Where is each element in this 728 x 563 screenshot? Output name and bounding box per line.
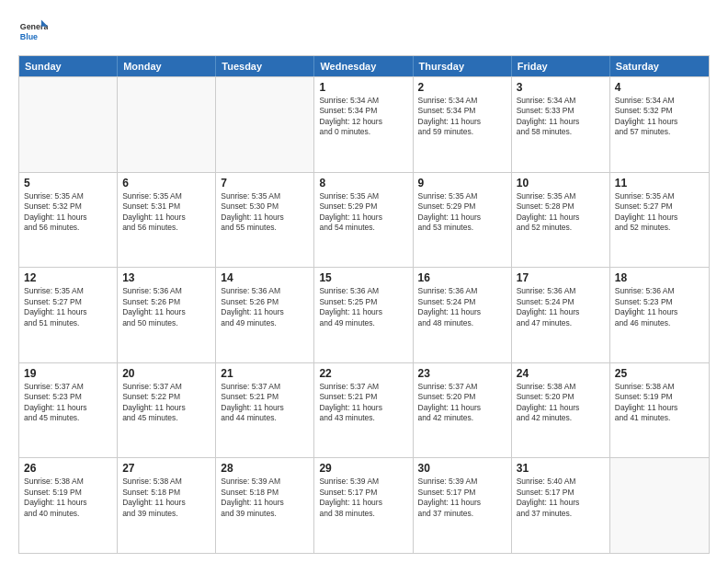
day-number: 28: [221, 462, 309, 475]
cell-info-line: Sunset: 5:17 PM: [418, 488, 506, 498]
cell-info-line: and 54 minutes.: [319, 223, 407, 233]
calendar-day-23: 23Sunrise: 5:37 AMSunset: 5:20 PMDayligh…: [414, 363, 512, 458]
cell-info-line: and 52 minutes.: [517, 223, 605, 233]
calendar-empty-cell: [216, 77, 314, 172]
cell-info-line: Daylight: 11 hours: [221, 403, 309, 413]
cell-info-line: Sunrise: 5:36 AM: [517, 286, 605, 296]
day-number: 23: [418, 367, 506, 380]
cell-info-line: Sunrise: 5:35 AM: [24, 191, 112, 201]
weekday-header-wednesday: Wednesday: [314, 56, 413, 76]
cell-info-line: Sunrise: 5:34 AM: [319, 96, 407, 106]
cell-info-line: Sunset: 5:24 PM: [517, 297, 605, 307]
cell-info-line: Sunset: 5:32 PM: [24, 201, 112, 212]
day-number: 13: [122, 271, 210, 284]
cell-info-line: Sunrise: 5:40 AM: [517, 477, 605, 487]
cell-info-line: and 55 minutes.: [221, 223, 309, 233]
cell-info-line: Sunset: 5:25 PM: [319, 297, 407, 307]
day-number: 4: [615, 81, 704, 94]
cell-info-line: and 42 minutes.: [517, 413, 605, 423]
calendar-row-5: 26Sunrise: 5:38 AMSunset: 5:19 PMDayligh…: [19, 457, 709, 553]
cell-info-line: Daylight: 11 hours: [517, 307, 605, 317]
cell-info-line: and 45 minutes.: [24, 413, 112, 423]
cell-info-line: and 48 minutes.: [418, 318, 506, 328]
cell-info-line: Sunset: 5:34 PM: [418, 106, 506, 116]
calendar-day-20: 20Sunrise: 5:37 AMSunset: 5:22 PMDayligh…: [118, 363, 216, 458]
cell-info-line: Daylight: 11 hours: [221, 307, 309, 317]
calendar-empty-cell: [19, 77, 118, 172]
day-number: 2: [418, 81, 506, 94]
day-number: 26: [24, 462, 112, 475]
cell-info-line: Daylight: 11 hours: [24, 403, 112, 413]
cell-info-line: and 41 minutes.: [615, 413, 704, 423]
cell-info-line: Daylight: 11 hours: [615, 213, 704, 223]
calendar-header: SundayMondayTuesdayWednesdayThursdayFrid…: [19, 56, 709, 76]
calendar-day-25: 25Sunrise: 5:38 AMSunset: 5:19 PMDayligh…: [610, 363, 709, 458]
cell-info-line: Sunrise: 5:36 AM: [221, 286, 309, 296]
cell-info-line: and 58 minutes.: [517, 127, 605, 137]
cell-info-line: Daylight: 11 hours: [517, 213, 605, 223]
cell-info-line: and 56 minutes.: [24, 223, 112, 233]
cell-info-line: and 56 minutes.: [122, 223, 210, 233]
cell-info-line: and 38 minutes.: [319, 509, 407, 519]
cell-info-line: Sunrise: 5:34 AM: [517, 96, 605, 106]
cell-info-line: and 50 minutes.: [122, 318, 210, 328]
cell-info-line: Sunrise: 5:35 AM: [517, 191, 605, 201]
calendar-row-3: 12Sunrise: 5:35 AMSunset: 5:27 PMDayligh…: [19, 267, 709, 362]
cell-info-line: and 37 minutes.: [418, 509, 506, 519]
cell-info-line: Sunset: 5:26 PM: [122, 297, 210, 307]
cell-info-line: Sunset: 5:33 PM: [517, 106, 605, 116]
day-number: 11: [615, 177, 704, 190]
cell-info-line: Sunrise: 5:37 AM: [122, 382, 210, 392]
calendar-row-1: 1Sunrise: 5:34 AMSunset: 5:34 PMDaylight…: [19, 76, 709, 172]
weekday-header-friday: Friday: [512, 56, 610, 76]
day-number: 30: [418, 462, 506, 475]
calendar-day-4: 4Sunrise: 5:34 AMSunset: 5:32 PMDaylight…: [610, 77, 709, 172]
cell-info-line: Sunrise: 5:38 AM: [615, 382, 704, 392]
cell-info-line: Sunrise: 5:38 AM: [517, 382, 605, 392]
cell-info-line: Daylight: 11 hours: [122, 498, 210, 508]
cell-info-line: Sunrise: 5:38 AM: [122, 477, 210, 487]
cell-info-line: Sunset: 5:18 PM: [122, 488, 210, 498]
cell-info-line: and 37 minutes.: [517, 509, 605, 519]
cell-info-line: Sunrise: 5:35 AM: [319, 191, 407, 201]
cell-info-line: Sunrise: 5:34 AM: [418, 96, 506, 106]
cell-info-line: Sunrise: 5:37 AM: [418, 382, 506, 392]
cell-info-line: Sunset: 5:26 PM: [221, 297, 309, 307]
cell-info-line: and 51 minutes.: [24, 318, 112, 328]
cell-info-line: Daylight: 11 hours: [517, 403, 605, 413]
calendar-day-11: 11Sunrise: 5:35 AMSunset: 5:27 PMDayligh…: [610, 173, 709, 268]
cell-info-line: Sunset: 5:23 PM: [615, 297, 704, 307]
cell-info-line: and 59 minutes.: [418, 127, 506, 137]
day-number: 8: [319, 177, 407, 190]
logo: General Blue: [18, 17, 48, 46]
day-number: 24: [517, 367, 605, 380]
cell-info-line: Sunset: 5:24 PM: [418, 297, 506, 307]
calendar-day-28: 28Sunrise: 5:39 AMSunset: 5:18 PMDayligh…: [216, 458, 314, 553]
cell-info-line: Sunrise: 5:36 AM: [319, 286, 407, 296]
calendar-day-6: 6Sunrise: 5:35 AMSunset: 5:31 PMDaylight…: [118, 173, 216, 268]
cell-info-line: Daylight: 11 hours: [418, 307, 506, 317]
cell-info-line: Sunset: 5:17 PM: [319, 488, 407, 498]
day-number: 31: [517, 462, 605, 475]
calendar-day-13: 13Sunrise: 5:36 AMSunset: 5:26 PMDayligh…: [118, 268, 216, 362]
calendar-day-26: 26Sunrise: 5:38 AMSunset: 5:19 PMDayligh…: [19, 458, 118, 553]
calendar-row-2: 5Sunrise: 5:35 AMSunset: 5:32 PMDaylight…: [19, 172, 709, 268]
cell-info-line: Daylight: 11 hours: [319, 213, 407, 223]
day-number: 10: [517, 177, 605, 190]
calendar-day-7: 7Sunrise: 5:35 AMSunset: 5:30 PMDaylight…: [216, 173, 314, 268]
calendar-day-29: 29Sunrise: 5:39 AMSunset: 5:17 PMDayligh…: [314, 458, 413, 553]
cell-info-line: Daylight: 11 hours: [319, 403, 407, 413]
cell-info-line: Daylight: 11 hours: [122, 307, 210, 317]
cell-info-line: and 43 minutes.: [319, 413, 407, 423]
cell-info-line: Daylight: 11 hours: [122, 213, 210, 223]
cell-info-line: Sunset: 5:32 PM: [615, 106, 704, 116]
cell-info-line: Sunrise: 5:39 AM: [221, 477, 309, 487]
cell-info-line: and 47 minutes.: [517, 318, 605, 328]
calendar: SundayMondayTuesdayWednesdayThursdayFrid…: [18, 55, 710, 554]
calendar-day-1: 1Sunrise: 5:34 AMSunset: 5:34 PMDaylight…: [314, 77, 413, 172]
cell-info-line: Daylight: 11 hours: [221, 213, 309, 223]
cell-info-line: Sunrise: 5:36 AM: [418, 286, 506, 296]
cell-info-line: Sunset: 5:19 PM: [24, 488, 112, 498]
cell-info-line: Sunrise: 5:39 AM: [418, 477, 506, 487]
weekday-header-tuesday: Tuesday: [216, 56, 314, 76]
